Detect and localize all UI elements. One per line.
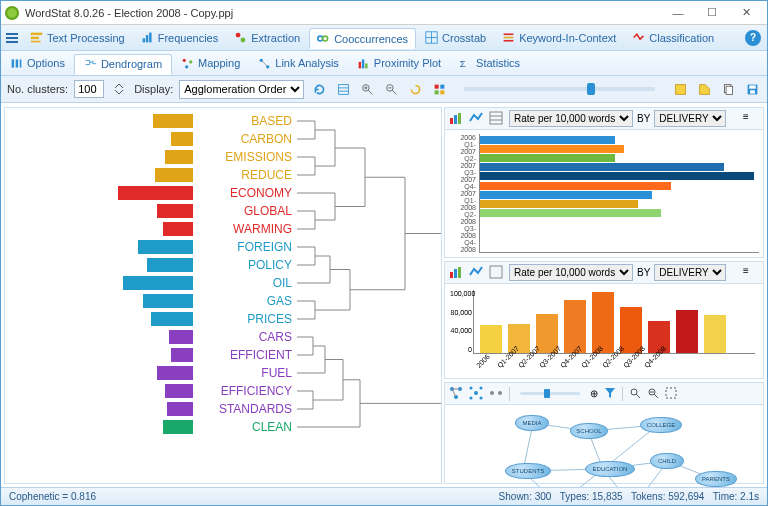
reset-zoom-button[interactable] [406,80,424,98]
subtab-dendrogram[interactable]: Dendrogram [74,54,172,75]
chart1-body: 2006Q1-2007Q2-2007Q3-2007Q4-2007Q1-2008Q… [445,130,763,257]
tab-cooccurrences[interactable]: Cooccurrences [309,28,416,49]
dendro-bar [153,114,193,128]
svg-rect-43 [675,84,685,94]
dendro-word: PRICES [197,312,292,326]
chart-type-grid-icon[interactable] [489,111,505,127]
svg-rect-5 [149,33,151,43]
dendro-bar [157,366,193,380]
hamburger-menu[interactable] [3,33,21,43]
svg-rect-3 [142,38,144,42]
clusters-stepper[interactable] [110,80,128,98]
tab-classification[interactable]: Classification [625,28,721,47]
network-body[interactable]: MEDIASCHOOLCOLLEGESTUDENTSEDUCATIONCHILD… [445,405,763,483]
net-zoom-in-icon[interactable] [629,387,641,401]
dendro-word: EFFICIENT [197,348,292,362]
tab-text-processing[interactable]: Text Processing [23,28,132,47]
grid-button[interactable] [334,80,352,98]
tab-crosstab[interactable]: Crosstab [418,28,493,47]
clusters-input[interactable] [74,80,104,98]
dendro-bar [138,240,193,254]
dendro-word: GAS [197,294,292,308]
chart1-metric-select[interactable]: Rate per 10,000 words [509,110,633,127]
chart2-group-select[interactable]: DELIVERY [654,264,726,281]
copy-button[interactable] [719,80,737,98]
network-slider[interactable] [520,392,580,395]
svg-line-33 [368,90,372,94]
chart2-grid-icon[interactable] [489,265,505,281]
table-button[interactable] [671,80,689,98]
network-toolbar: ⊕ [445,383,763,405]
help-button[interactable]: ? [745,30,761,46]
chart-type-bar-icon[interactable] [449,111,465,127]
svg-rect-109 [490,266,502,278]
network-node[interactable]: EDUCATION [585,461,635,477]
subtab-link-analysis[interactable]: Link Analysis [249,54,348,73]
refresh-button[interactable] [310,80,328,98]
close-button[interactable]: ✕ [729,3,763,23]
dendro-word: GLOBAL [197,204,292,218]
network-node[interactable]: CHILD [650,453,684,469]
subtab-statistics[interactable]: ΣStatistics [450,54,529,73]
network-node[interactable]: SCHOOL [570,423,608,439]
net-zoom-out-icon[interactable] [647,387,659,401]
network-node[interactable]: COLLEGE [640,417,682,433]
svg-line-123 [636,394,640,398]
tag-button[interactable] [695,80,713,98]
window-title: WordStat 8.0.26 - Election 2008 - Copy.p… [25,7,661,19]
subtab-options[interactable]: Options [1,54,74,73]
mapping-icon [181,57,194,70]
chart2-metric-select[interactable]: Rate per 10,000 words [509,264,633,281]
network-node[interactable]: PARENTS [695,471,737,487]
network-node[interactable]: MEDIA [515,415,549,431]
minimize-button[interactable]: — [661,3,695,23]
svg-rect-47 [749,85,756,88]
dendro-bar [171,132,193,146]
proximity-icon [357,57,370,70]
svg-point-21 [185,65,188,68]
maximize-button[interactable]: ☐ [695,3,729,23]
network-node[interactable]: STUDENTS [505,463,551,479]
zoom-out-button[interactable] [382,80,400,98]
chart2-line-icon[interactable] [469,265,485,281]
tab-keyword-in-context[interactable]: Keyword-In-Context [495,28,623,47]
svg-rect-127 [666,388,676,398]
svg-rect-16 [12,59,14,67]
chart2-menu-icon[interactable]: ≡ [743,265,759,281]
threshold-slider[interactable] [464,87,655,91]
display-select[interactable]: Agglomeration Order [179,80,304,99]
svg-rect-25 [358,61,360,68]
net-add-icon[interactable]: ⊕ [590,388,598,399]
right-pane: Rate per 10,000 words BY DELIVERY ≡ 2006… [444,107,764,484]
dendro-bar [118,186,193,200]
chart1-menu-icon[interactable]: ≡ [743,111,759,127]
net-fit-icon[interactable] [665,387,677,401]
svg-rect-13 [504,33,514,35]
status-tokens: Tokens: 592,694 [631,491,704,502]
svg-point-7 [241,38,246,43]
chart-type-line-icon[interactable] [469,111,485,127]
subtab-mapping[interactable]: Mapping [172,54,249,73]
hbar [480,182,671,190]
tab-extraction[interactable]: Extraction [227,28,307,47]
chart2-bar-icon[interactable] [449,265,465,281]
svg-line-114 [452,389,456,397]
dendro-word: FUEL [197,366,292,380]
chart1-group-select[interactable]: DELIVERY [654,110,726,127]
dendro-bar [169,330,193,344]
net-layout2-icon[interactable] [469,386,483,402]
net-filter-icon[interactable] [604,387,616,401]
tab-frequencies[interactable]: Frequencies [134,28,226,47]
frequencies-icon [141,31,154,44]
tab-label: Crosstab [442,32,486,44]
tab-label: Extraction [251,32,300,44]
subtab-proximity-plot[interactable]: Proximity Plot [348,54,450,73]
save-button[interactable] [743,80,761,98]
net-layout3-icon[interactable] [489,386,503,402]
zoom-in-button[interactable] [358,80,376,98]
color-button[interactable] [430,80,448,98]
net-layout1-icon[interactable] [449,386,463,402]
vbar [564,300,586,353]
svg-rect-29 [338,84,348,94]
status-types: Types: 15,835 [560,491,623,502]
